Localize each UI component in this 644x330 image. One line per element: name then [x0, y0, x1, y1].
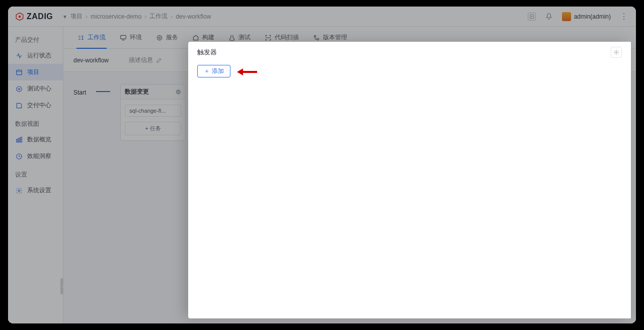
- trigger-drawer: 触发器 ＋ 添加: [188, 42, 631, 318]
- drawer-title: 触发器: [197, 48, 217, 57]
- add-trigger-button[interactable]: ＋ 添加: [197, 65, 230, 77]
- drawer-body: ＋ 添加: [188, 63, 631, 87]
- svg-point-15: [616, 52, 617, 53]
- gear-icon: [613, 49, 619, 55]
- drawer-header: 触发器: [188, 42, 631, 63]
- drawer-settings-button[interactable]: [611, 47, 622, 58]
- plus-icon: ＋: [204, 67, 210, 75]
- add-trigger-label: 添加: [212, 67, 224, 75]
- app-window: ZADIG ▾ 项目 › microservice-demo › 工作流 › d…: [8, 7, 636, 323]
